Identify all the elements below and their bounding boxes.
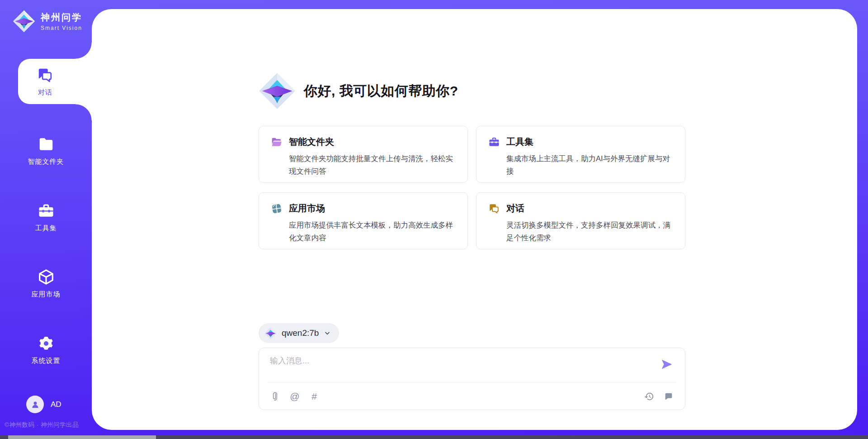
card-description: 应用市场提供丰富长文本模板，助力高效生成多样化文章内容: [289, 219, 456, 244]
chevron-down-icon: [324, 329, 331, 337]
sidebar-item-label: 智能文件夹: [28, 157, 64, 166]
sidebar-item-toolset[interactable]: 工具集: [0, 195, 92, 240]
brand-logo-icon: [13, 10, 35, 33]
brand-subtitle: Smart Vision: [41, 25, 82, 31]
card-app-market[interactable]: 应用市场 应用市场提供丰富长文本模板，助力高效生成多样化文章内容: [259, 192, 468, 249]
feature-cards: 智能文件夹 智能文件夹功能支持批量文件上传与清洗，轻松实现文件问答 工具: [259, 126, 685, 249]
sidebar-item-app-market[interactable]: 应用市场: [0, 261, 92, 306]
brand: 神州问学 Smart Vision: [13, 10, 82, 33]
sidebar-item-label: 应用市场: [32, 290, 61, 299]
card-title: 应用市场: [289, 202, 325, 215]
folder-open-icon: [271, 136, 283, 148]
model-name: qwen2:7b: [282, 328, 319, 338]
sidebar-item-chat[interactable]: 对话: [18, 59, 92, 104]
card-toolset[interactable]: 工具集 集成市场上主流工具，助力AI与外界无缝扩展与对接: [476, 126, 685, 183]
briefcase-icon: [488, 136, 500, 148]
card-description: 智能文件夹功能支持批量文件上传与清洗，轻松实现文件问答: [289, 152, 456, 177]
main-content: 你好, 我可以如何帮助你? 智能文件夹 智能文件夹功能支持批量文件上传与清洗，轻…: [92, 9, 857, 430]
card-description: 灵活切换多模型文件，支持多样回复效果调试，满足个性化需求: [506, 219, 673, 244]
brand-diamond-icon: [264, 327, 277, 339]
avatar: [26, 396, 44, 413]
send-icon[interactable]: [660, 357, 674, 372]
sidebar: 神州问学 Smart Vision 对话 智能文件夹: [0, 0, 92, 439]
composer: @ #: [259, 348, 685, 410]
user-profile[interactable]: AD: [26, 396, 61, 413]
greeting: 你好, 我可以如何帮助你?: [259, 72, 458, 110]
horizontal-scrollbar[interactable]: [0, 435, 868, 439]
card-chat[interactable]: 对话 灵活切换多模型文件，支持多样回复效果调试，满足个性化需求: [476, 192, 685, 249]
message-input[interactable]: [270, 355, 650, 380]
toolbox-icon: [37, 202, 55, 220]
chat-bubbles-icon: [36, 66, 54, 84]
sidebar-item-settings[interactable]: 系统设置: [0, 327, 92, 372]
sidebar-item-smart-folder[interactable]: 智能文件夹: [0, 128, 92, 173]
user-initials: AD: [51, 400, 61, 409]
cube-icon: [37, 268, 55, 286]
history-icon[interactable]: [644, 391, 655, 402]
hash-icon[interactable]: #: [309, 391, 320, 402]
person-icon: [30, 399, 41, 410]
model-selector[interactable]: qwen2:7b: [259, 323, 339, 343]
card-smart-folder[interactable]: 智能文件夹 智能文件夹功能支持批量文件上传与清洗，轻松实现文件问答: [259, 126, 468, 183]
chat-bubbles-icon: [488, 203, 500, 215]
copyright: ©神州数码 · 神州问学出品: [5, 421, 79, 429]
card-title: 工具集: [506, 136, 533, 148]
sidebar-item-label: 工具集: [35, 224, 57, 233]
sidebar-item-label: 对话: [38, 88, 52, 97]
horizontal-scrollbar-thumb[interactable]: [8, 435, 156, 439]
comment-icon[interactable]: [663, 391, 674, 402]
card-description: 集成市场上主流工具，助力AI与外界无缝扩展与对接: [506, 152, 673, 177]
cube-grid-icon: [271, 203, 283, 215]
greeting-logo-icon: [259, 72, 296, 110]
at-icon[interactable]: @: [289, 391, 300, 402]
sidebar-item-label: 系统设置: [32, 357, 61, 365]
gear-icon: [37, 334, 55, 353]
paperclip-icon[interactable]: [270, 391, 281, 402]
brand-name: 神州问学: [41, 11, 82, 24]
folder-icon: [37, 135, 55, 153]
card-title: 对话: [506, 202, 524, 215]
greeting-title: 你好, 我可以如何帮助你?: [304, 82, 458, 100]
card-title: 智能文件夹: [289, 136, 334, 148]
